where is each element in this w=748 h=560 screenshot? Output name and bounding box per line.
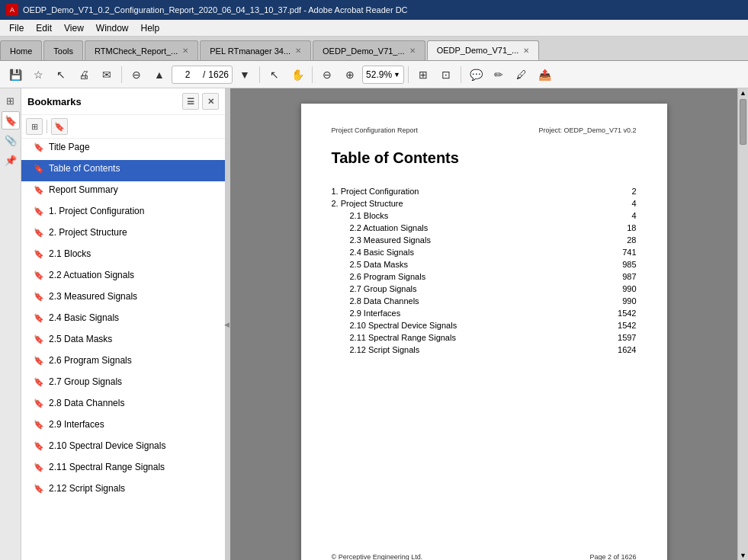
zoom-in-button[interactable]: ⊕ [339, 64, 361, 85]
bookmark-icon-project-structure: 🔖 [34, 228, 44, 238]
bookmark-item-program-signals[interactable]: 🔖2.6 Program Signals [21, 352, 225, 373]
zoom-level: 52.9% [366, 69, 392, 80]
bookmark-item-data-masks[interactable]: 🔖2.5 Data Masks [21, 331, 225, 352]
bookmark-label-title-page: Title Page [49, 142, 90, 154]
toc-page-12: 1597 [618, 333, 636, 342]
scroll-thumb[interactable] [740, 99, 746, 145]
vertical-scrollbar[interactable]: ▲ ▼ [737, 88, 748, 560]
bookmark-label-script-signals: 2.12 Script Signals [49, 483, 125, 495]
bookmark-item-toc[interactable]: 🔖Table of Contents [21, 160, 225, 181]
pan-tool-button[interactable]: ⊡ [435, 64, 457, 85]
bookmark-item-basic-signals[interactable]: 🔖2.4 Basic Signals [21, 309, 225, 331]
tab-close-pel[interactable]: ✕ [295, 46, 301, 55]
tab-rtm[interactable]: RTMCheck_Report_...✕ [85, 40, 198, 60]
page-thumbnails-icon[interactable]: ⊞ [2, 91, 20, 110]
share-button[interactable]: 📤 [534, 64, 555, 85]
prev-page-button[interactable]: ▲ [149, 64, 170, 85]
toc-page-10: 1542 [618, 309, 636, 318]
toc-page-7: 987 [622, 272, 636, 281]
sidebar-header-icons: ☰ ✕ [182, 93, 219, 110]
scroll-up-button[interactable]: ▲ [738, 88, 748, 98]
toc-entries: 1. Project Configuration22. Project Stru… [332, 185, 637, 356]
page-input[interactable]: 2 [175, 69, 200, 80]
tab-close-oedp2[interactable]: ✕ [523, 46, 529, 55]
tab-home[interactable]: Home [0, 40, 42, 60]
sidebar-view-button[interactable]: ⊞ [26, 118, 43, 135]
scroll-track[interactable] [738, 146, 748, 551]
bookmark-label-data-channels: 2.8 Data Channels [49, 398, 124, 410]
save-button[interactable]: 💾 [5, 64, 26, 85]
toc-page-9: 990 [622, 296, 636, 306]
attachments-icon[interactable]: 📌 [2, 151, 20, 169]
bookmark-item-data-channels[interactable]: 🔖2.8 Data Channels [21, 395, 225, 416]
tab-pel[interactable]: PEL RTmanager 34...✕ [200, 40, 311, 60]
sidebar-bookmark-add-button[interactable]: 🔖 [51, 118, 68, 135]
comment-button[interactable]: 💬 [465, 64, 486, 85]
next-page-button[interactable]: ▼ [234, 64, 255, 85]
sidebar-options-button[interactable]: ☰ [182, 93, 199, 110]
tab-oedp2[interactable]: OEDP_Demo_V71_...✕ [427, 40, 540, 60]
main-area: ⊞ 🔖 📎 📌 Bookmarks ☰ ✕ ⊞ 🔖 🔖Title Page🔖Ta… [0, 88, 748, 560]
bookmark-item-actuation-signals[interactable]: 🔖2.2 Actuation Signals [21, 267, 225, 288]
scroll-down-button[interactable]: ▼ [738, 551, 748, 560]
bookmark-item-blocks[interactable]: 🔖2.1 Blocks [21, 245, 225, 267]
highlight-button[interactable]: 🖊 [511, 64, 532, 85]
separator-1 [121, 66, 122, 83]
draw-button[interactable]: ✏ [488, 64, 509, 85]
bookmark-item-spectral-range[interactable]: 🔖2.11 Spectral Range Signals [21, 459, 225, 480]
zoom-out-button[interactable]: ⊖ [316, 64, 338, 85]
page-separator: / [203, 69, 205, 80]
marquee-tool-button[interactable]: ⊞ [413, 64, 434, 85]
sidebar-sep [47, 120, 47, 133]
tab-oedp1[interactable]: OEDP_Demo_V71_...✕ [313, 40, 425, 60]
bookmark-item-interfaces[interactable]: 🔖2.9 Interfaces [21, 416, 225, 437]
toc-label-0: 1. Project Configuration [332, 187, 419, 196]
menu-item-window[interactable]: Window [90, 21, 135, 35]
toc-label-3: 2.2 Actuation Signals [350, 223, 429, 232]
sidebar-close-button[interactable]: ✕ [202, 93, 219, 110]
bookmark-icon-data-masks: 🔖 [34, 334, 44, 344]
menu-item-help[interactable]: Help [135, 21, 166, 35]
bookmark-item-project-config[interactable]: 🔖1. Project Configuration [21, 203, 225, 224]
toc-page-4: 28 [627, 235, 636, 245]
bookmark-item-measured-signals[interactable]: 🔖2.3 Measured Signals [21, 288, 225, 309]
bookmark-item-group-signals[interactable]: 🔖2.7 Group Signals [21, 373, 225, 395]
menu-bar: FileEditViewWindowHelp [0, 20, 748, 37]
menu-item-view[interactable]: View [58, 21, 90, 35]
bookmark-icon-basic-signals: 🔖 [34, 313, 44, 323]
pdf-toc-title: Table of Contents [332, 149, 637, 167]
toc-label-11: 2.10 Spectral Device Signals [350, 321, 457, 330]
hand-tool-button[interactable]: ✋ [287, 64, 308, 85]
tab-tools[interactable]: Tools [43, 40, 83, 60]
menu-item-file[interactable]: File [3, 21, 30, 35]
bookmark-label-report-summary: Report Summary [49, 184, 118, 197]
bookmark-item-report-summary[interactable]: 🔖Report Summary [21, 181, 225, 203]
bookmark-item-title-page[interactable]: 🔖Title Page [21, 139, 225, 160]
tab-label-pel: PEL RTmanager 34... [210, 46, 291, 56]
bookmark-icon-group-signals: 🔖 [34, 377, 44, 387]
pdf-viewer-area[interactable]: Project Configuration Report Project: OE… [230, 88, 737, 560]
bookmark-item-project-structure[interactable]: 🔖2. Project Structure [21, 224, 225, 245]
email-button[interactable]: ✉ [96, 64, 117, 85]
toc-label-10: 2.9 Interfaces [350, 309, 401, 318]
pdf-footer-left: © Perceptive Engineering Ltd. [332, 553, 423, 560]
pdf-page-header: Project Configuration Report Project: OE… [332, 126, 637, 134]
annotations-icon[interactable]: 📎 [2, 131, 20, 149]
zoom-out-small-button[interactable]: ⊖ [126, 64, 147, 85]
zoom-dropdown-icon[interactable]: ▼ [393, 71, 400, 78]
bookmark-item-script-signals[interactable]: 🔖2.12 Script Signals [21, 480, 225, 501]
bookmarks-panel-icon[interactable]: 🔖 [2, 111, 20, 130]
menu-item-edit[interactable]: Edit [30, 21, 58, 35]
tab-close-oedp1[interactable]: ✕ [409, 46, 416, 55]
bookmark-label-group-signals: 2.7 Group Signals [49, 376, 122, 389]
bookmark-item-spectral-device[interactable]: 🔖2.10 Spectral Device Signals [21, 437, 225, 459]
bookmark-button[interactable]: ☆ [27, 64, 49, 85]
app-icon: A [6, 4, 18, 16]
bookmark-icon-title-page: 🔖 [34, 142, 44, 152]
tab-close-rtm[interactable]: ✕ [182, 46, 188, 55]
cursor-tool-button[interactable]: ↖ [264, 64, 285, 85]
toc-label-8: 2.7 Group Signals [350, 284, 417, 293]
back-button[interactable]: ↖ [50, 64, 72, 85]
toc-entry-12: 2.11 Spectral Range Signals1597 [332, 331, 637, 344]
print-button[interactable]: 🖨 [73, 64, 95, 85]
